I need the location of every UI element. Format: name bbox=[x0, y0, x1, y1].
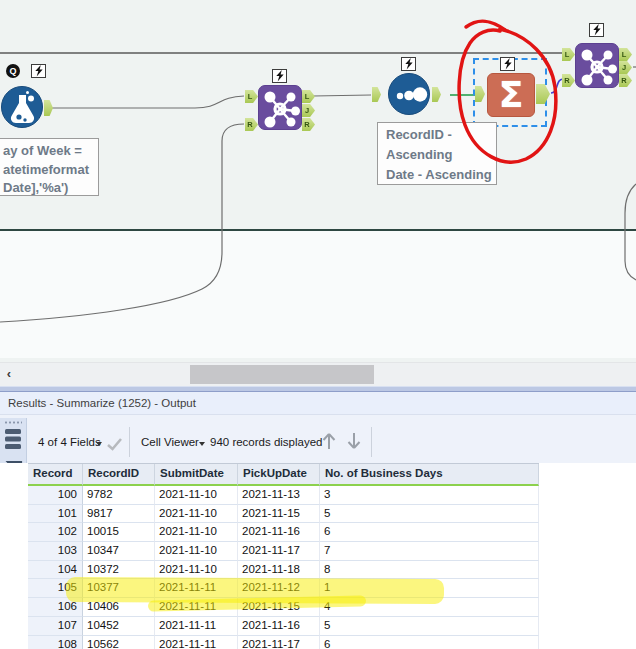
submitdate-cell[interactable]: 2021-11-10 bbox=[155, 561, 238, 580]
results-grid: Record RecordID SubmitDate PickUpDate No… bbox=[0, 463, 636, 649]
table-row[interactable]: 107 10452 2021-11-11 2021-11-16 5 bbox=[28, 617, 539, 636]
sort-icon bbox=[389, 74, 431, 116]
business-days-cell[interactable]: 1 bbox=[320, 579, 539, 598]
recordid-cell[interactable]: 9782 bbox=[83, 486, 155, 505]
record-number-cell[interactable]: 101 bbox=[28, 505, 83, 524]
recordid-cell[interactable]: 10347 bbox=[83, 542, 155, 561]
records-displayed-label: 940 records displayed bbox=[210, 436, 323, 448]
formula-tool[interactable] bbox=[1, 86, 43, 128]
q-badge-icon: Q bbox=[6, 64, 20, 78]
chevron-down-icon[interactable] bbox=[96, 442, 102, 446]
recordid-cell[interactable]: 10015 bbox=[83, 523, 155, 542]
sort-annotation[interactable]: RecordID - Ascending Date - Ascending bbox=[377, 122, 497, 185]
pickupdate-cell[interactable]: 2021-11-17 bbox=[238, 542, 320, 561]
table-row[interactable]: 104 10372 2021-11-10 2021-11-18 8 bbox=[28, 561, 539, 580]
table-row[interactable]: 108 10562 2021-11-11 2021-11-17 6 bbox=[28, 636, 539, 649]
canvas-lower-region bbox=[0, 231, 636, 358]
record-number-cell[interactable]: 108 bbox=[28, 636, 83, 649]
record-number-cell[interactable]: 107 bbox=[28, 617, 83, 636]
recordid-cell[interactable]: 10377 bbox=[83, 579, 155, 598]
table-row[interactable]: 101 9817 2021-11-10 2021-11-15 5 bbox=[28, 505, 539, 524]
table-row[interactable]: 105 10377 2021-11-11 2021-11-12 1 bbox=[28, 579, 539, 598]
submitdate-cell[interactable]: 2021-11-11 bbox=[155, 598, 238, 617]
flask-icon bbox=[2, 87, 44, 129]
cell-viewer-dropdown[interactable]: Cell Viewer bbox=[141, 436, 199, 448]
business-days-cell[interactable]: 8 bbox=[320, 561, 539, 580]
business-days-cell[interactable]: 6 bbox=[320, 523, 539, 542]
submitdate-cell[interactable]: 2021-11-10 bbox=[155, 523, 238, 542]
annotation-line: ay of Week = bbox=[3, 142, 98, 161]
column-header-pickupdate[interactable]: PickUpDate bbox=[238, 464, 320, 486]
column-header-record[interactable]: Record bbox=[28, 464, 83, 486]
lightning-badge-icon bbox=[272, 69, 287, 83]
submitdate-cell[interactable]: 2021-11-11 bbox=[155, 636, 238, 649]
sort-output-anchor bbox=[432, 87, 441, 102]
scrollbar-thumb[interactable] bbox=[190, 365, 374, 384]
grip-dots-icon[interactable] bbox=[4, 421, 22, 424]
join2-output-r-anchor: R bbox=[619, 74, 632, 87]
join1-input-left-anchor: L bbox=[245, 90, 258, 103]
recordid-cell[interactable]: 10372 bbox=[83, 561, 155, 580]
recordid-cell[interactable]: 10406 bbox=[83, 598, 155, 617]
recordid-cell[interactable]: 10452 bbox=[83, 617, 155, 636]
submitdate-cell[interactable]: 2021-11-10 bbox=[155, 486, 238, 505]
formula-annotation[interactable]: ay of Week = atetimeformat Date],'%a') bbox=[0, 138, 99, 196]
business-days-cell[interactable]: 6 bbox=[320, 636, 539, 649]
record-number-cell[interactable]: 104 bbox=[28, 561, 83, 580]
pickupdate-cell[interactable]: 2021-11-15 bbox=[238, 505, 320, 524]
recordid-cell[interactable]: 10562 bbox=[83, 636, 155, 649]
annotation-line: Date],'%a') bbox=[3, 179, 98, 198]
table-row[interactable]: 106 10406 2021-11-11 2021-11-15 4 bbox=[28, 598, 539, 617]
submitdate-cell[interactable]: 2021-11-10 bbox=[155, 505, 238, 524]
scroll-left-arrow-icon[interactable]: ‹ bbox=[2, 365, 16, 383]
pickupdate-cell[interactable]: 2021-11-13 bbox=[238, 486, 320, 505]
layout-stack-icon[interactable] bbox=[4, 428, 22, 451]
pickupdate-cell[interactable]: 2021-11-12 bbox=[238, 579, 320, 598]
record-number-cell[interactable]: 103 bbox=[28, 542, 83, 561]
submitdate-cell[interactable]: 2021-11-11 bbox=[155, 617, 238, 636]
column-header-recordid[interactable]: RecordID bbox=[83, 464, 155, 486]
column-header-submitdate[interactable]: SubmitDate bbox=[155, 464, 238, 486]
sort-tool[interactable] bbox=[388, 73, 430, 115]
chevron-down-icon[interactable] bbox=[199, 442, 205, 446]
submitdate-cell[interactable]: 2021-11-11 bbox=[155, 579, 238, 598]
join-tool-2[interactable] bbox=[575, 43, 619, 88]
submitdate-cell[interactable]: 2021-11-10 bbox=[155, 542, 238, 561]
table-row[interactable]: 102 10015 2021-11-10 2021-11-16 6 bbox=[28, 523, 539, 542]
join2-output-l-anchor: L bbox=[619, 48, 632, 61]
canvas-long-wire bbox=[0, 229, 636, 231]
arrow-down-icon[interactable] bbox=[345, 430, 363, 452]
pickupdate-cell[interactable]: 2021-11-17 bbox=[238, 636, 320, 649]
join1-output-r-anchor: R bbox=[302, 118, 315, 131]
business-days-cell[interactable]: 5 bbox=[320, 617, 539, 636]
record-number-cell[interactable]: 106 bbox=[28, 598, 83, 617]
annotation-line: RecordID - bbox=[386, 125, 496, 145]
pickupdate-cell[interactable]: 2021-11-16 bbox=[238, 523, 320, 542]
summarize-tool[interactable]: Σ bbox=[487, 73, 535, 117]
workflow-canvas[interactable]: Q L R L J R Σ bbox=[0, 0, 636, 362]
annotation-line: atetimeformat bbox=[3, 161, 98, 180]
pickupdate-cell[interactable]: 2021-11-16 bbox=[238, 617, 320, 636]
join-tool-1[interactable] bbox=[258, 85, 302, 130]
arrow-up-icon[interactable] bbox=[320, 430, 338, 452]
column-header-days[interactable]: No. of Business Days bbox=[320, 464, 539, 486]
sort-input-anchor bbox=[372, 87, 381, 102]
table-row[interactable]: 103 10347 2021-11-10 2021-11-17 7 bbox=[28, 542, 539, 561]
grid-header-row: Record RecordID SubmitDate PickUpDate No… bbox=[28, 464, 539, 486]
join-icon bbox=[259, 86, 303, 131]
pickupdate-cell[interactable]: 2021-11-18 bbox=[238, 561, 320, 580]
recordid-cell[interactable]: 9817 bbox=[83, 505, 155, 524]
business-days-cell[interactable]: 4 bbox=[320, 598, 539, 617]
canvas-horizontal-scrollbar[interactable]: ‹ bbox=[0, 362, 636, 386]
business-days-cell[interactable]: 7 bbox=[320, 542, 539, 561]
business-days-cell[interactable]: 5 bbox=[320, 505, 539, 524]
record-number-cell[interactable]: 100 bbox=[28, 486, 83, 505]
record-number-cell[interactable]: 102 bbox=[28, 523, 83, 542]
record-number-cell[interactable]: 105 bbox=[28, 579, 83, 598]
fields-dropdown[interactable]: 4 of 4 Fields bbox=[38, 436, 101, 448]
pickupdate-cell[interactable]: 2021-11-15 bbox=[238, 598, 320, 617]
table-row[interactable]: 100 9782 2021-11-10 2021-11-13 3 bbox=[28, 486, 539, 505]
join2-input-left-anchor: L bbox=[562, 48, 575, 61]
apply-check-icon[interactable] bbox=[106, 436, 124, 452]
business-days-cell[interactable]: 3 bbox=[320, 486, 539, 505]
